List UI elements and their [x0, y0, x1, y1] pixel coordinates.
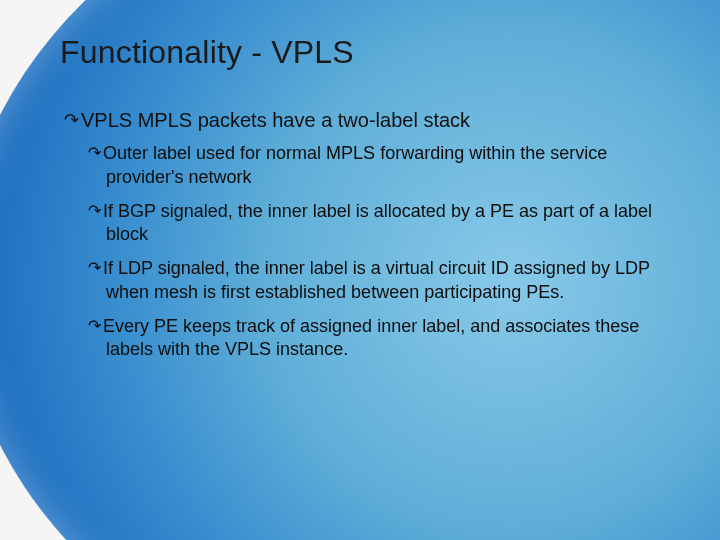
bullet-glyph: ↷	[64, 110, 79, 130]
main-bullet-item: ↷VPLS MPLS packets have a two-label stac…	[64, 109, 674, 132]
sub-bullet-text: If BGP signaled, the inner label is allo…	[103, 201, 652, 245]
bullet-glyph: ↷	[88, 202, 101, 219]
list-item: ↷Every PE keeps track of assigned inner …	[88, 315, 674, 363]
slide-content: Functionality - VPLS ↷VPLS MPLS packets …	[0, 0, 720, 392]
sub-bullet-list: ↷Outer label used for normal MPLS forwar…	[88, 142, 674, 362]
bullet-glyph: ↷	[88, 144, 101, 161]
bullet-glyph: ↷	[88, 317, 101, 334]
sub-bullet-text: Outer label used for normal MPLS forward…	[103, 143, 607, 187]
sub-bullet-text: If LDP signaled, the inner label is a vi…	[103, 258, 650, 302]
list-item: ↷Outer label used for normal MPLS forwar…	[88, 142, 674, 190]
bullet-glyph: ↷	[88, 259, 101, 276]
list-item: ↷If LDP signaled, the inner label is a v…	[88, 257, 674, 305]
slide-title: Functionality - VPLS	[60, 34, 674, 71]
list-item: ↷If BGP signaled, the inner label is all…	[88, 200, 674, 248]
main-bullet-text: VPLS MPLS packets have a two-label stack	[81, 109, 470, 131]
sub-bullet-text: Every PE keeps track of assigned inner l…	[103, 316, 639, 360]
